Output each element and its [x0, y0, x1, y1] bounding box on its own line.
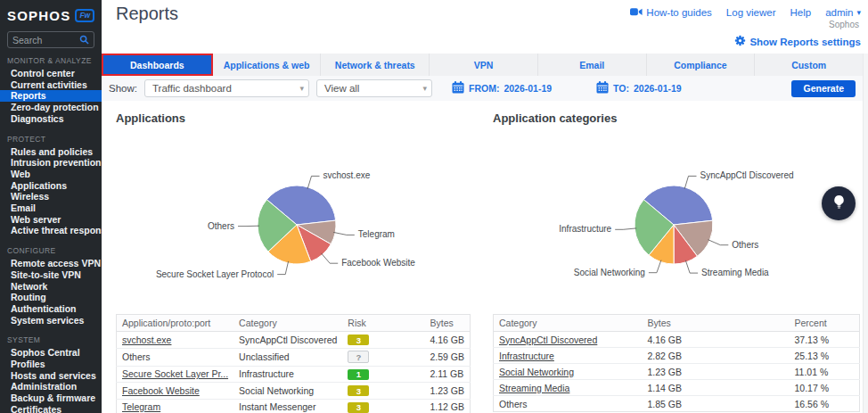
risk-cell: 3	[342, 383, 424, 400]
cell-text: 25.13 %	[795, 351, 830, 361]
tab-applications-web[interactable]: Applications & web	[213, 54, 322, 76]
pie-callout-line	[708, 240, 729, 245]
sidebar-item-profiles[interactable]: Profiles	[0, 359, 102, 370]
pie-slice-label: Facebook Website	[341, 258, 415, 268]
log-viewer-link[interactable]: Log viewer	[726, 7, 776, 18]
sidebar-item-sophos-central[interactable]: Sophos Central	[0, 347, 102, 359]
cell-text: 1.12 GB	[430, 401, 464, 412]
pie-callout-line	[649, 260, 661, 273]
from-date-picker[interactable]: FROM: 2026-01-19	[452, 81, 552, 95]
pie-slice-label: Others	[732, 240, 758, 250]
table-cell: Social Networking	[494, 364, 643, 380]
tab-dashboards[interactable]: Dashboards	[102, 54, 213, 76]
table-cell: 37.13 %	[790, 332, 860, 348]
help-link[interactable]: Help	[790, 7, 811, 18]
cell-text: 16.56 %	[795, 399, 830, 409]
cell-text: Social Networking	[239, 385, 314, 396]
sidebar-item-network[interactable]: Network	[0, 281, 102, 293]
sidebar-item-applications[interactable]: Applications	[0, 180, 102, 192]
sidebar-item-control-center[interactable]: Control center	[0, 68, 102, 79]
pie-slice-label: SyncAppCtl Discovered	[700, 170, 794, 180]
search-input[interactable]	[12, 35, 79, 45]
sidebar-item-web-server[interactable]: Web server	[0, 214, 102, 226]
tab-network-threats[interactable]: Network & threats	[321, 54, 430, 76]
tab-custom[interactable]: Custom	[755, 54, 863, 76]
tab-bar: DashboardsApplications & webNetwork & th…	[102, 54, 863, 76]
cell-text: 2.82 GB	[648, 351, 683, 361]
cell-link[interactable]: Infrastructure	[499, 351, 554, 361]
risk-badge: ?	[348, 351, 369, 363]
column-header-category: Category	[494, 315, 643, 332]
sidebar-item-reports[interactable]: Reports	[0, 90, 102, 102]
cell-link[interactable]: SyncAppCtl Discovered	[499, 335, 597, 345]
table-cell: 1.14 GB	[643, 380, 790, 396]
sidebar-item-routing[interactable]: Routing	[0, 292, 102, 303]
sidebar-item-administration[interactable]: Administration	[0, 381, 102, 392]
column-header-bytes: Bytes	[424, 315, 470, 332]
sidebar-item-remote-access-vpn[interactable]: Remote access VPN	[0, 258, 102, 269]
tab-email[interactable]: Email	[538, 54, 647, 76]
show-reports-settings-link[interactable]: Show Reports settings	[734, 35, 861, 48]
sidebar-item-email[interactable]: Email	[0, 202, 102, 214]
table-cell: 2.59 GB	[424, 348, 470, 366]
top-header: Reports How-to guides Log viewer Help ad…	[102, 0, 868, 54]
cell-link[interactable]: Secure Socket Layer Pr...	[122, 368, 228, 379]
table-cell: 1.23 GB	[643, 364, 790, 380]
cell-link[interactable]: Telegram	[122, 401, 160, 412]
pie-svg: svchost.exeTelegramFacebook WebsiteSecur…	[116, 125, 483, 314]
table-row: Others1.85 GB16.56 %	[494, 396, 860, 412]
table-row: TelegramInstant Messenger31.12 GB	[117, 399, 471, 413]
page-title: Reports	[116, 4, 178, 24]
cell-text: Infrastructure	[239, 368, 294, 379]
risk-badge: 3	[348, 402, 369, 413]
table-header-row: Application/proto:portCategoryRiskBytes	[117, 315, 471, 332]
sidebar-item-backup-firmware[interactable]: Backup & firmware	[0, 392, 102, 404]
table-row: SyncAppCtl Discovered4.16 GB37.13 %	[494, 332, 860, 348]
nav-section-protect: PROTECTRules and policiesIntrusion preve…	[0, 135, 102, 237]
pie-slice-label: Telegram	[358, 229, 395, 239]
sidebar-item-wireless[interactable]: Wireless	[0, 191, 102, 202]
sidebar-item-system-services[interactable]: System services	[0, 315, 102, 326]
table-cell: Streaming Media	[494, 380, 643, 396]
assistant-fab-button[interactable]	[822, 186, 856, 220]
cell-text: 1.23 GB	[648, 367, 683, 377]
dashboard-select[interactable]: Traffic dashboard ▾	[144, 79, 309, 97]
cell-text: 4.16 GB	[648, 335, 683, 345]
table-cell: SyncAppCtl Discovered	[494, 332, 643, 348]
user-menu[interactable]: admin ▾	[825, 7, 861, 18]
table-cell: Social Networking	[233, 383, 342, 400]
view-select[interactable]: View all ▾	[316, 79, 432, 97]
sidebar-item-rules-and-policies[interactable]: Rules and policies	[0, 146, 102, 158]
tab-compliance[interactable]: Compliance	[647, 54, 756, 76]
cell-link[interactable]: svchost.exe	[122, 335, 171, 345]
how-to-guides-link[interactable]: How-to guides	[630, 6, 712, 19]
sidebar-item-active-threat-response[interactable]: Active threat response	[0, 225, 102, 236]
cell-link[interactable]: Facebook Website	[122, 385, 200, 396]
nav-section-system: SYSTEMSophos CentralProfilesHosts and se…	[0, 335, 102, 413]
table-row: Secure Socket Layer Pr...Infrastructure1…	[117, 366, 471, 383]
applications-pie-chart: svchost.exeTelegramFacebook WebsiteSecur…	[116, 125, 493, 314]
sidebar-item-current-activities[interactable]: Current activities	[0, 79, 102, 91]
scrollbar-track[interactable]	[863, 54, 868, 413]
column-header-bytes: Bytes	[643, 315, 790, 332]
cell-link[interactable]: Streaming Media	[499, 383, 569, 393]
column-header-category: Category	[233, 315, 342, 332]
pie-callout-line	[321, 253, 338, 263]
sidebar-item-web[interactable]: Web	[0, 169, 102, 180]
table-row: Streaming Media1.14 GB10.17 %	[494, 380, 860, 396]
sidebar-item-intrusion-prevention[interactable]: Intrusion prevention	[0, 157, 102, 169]
sidebar-item-site-to-site-vpn[interactable]: Site-to-site VPN	[0, 269, 102, 281]
tab-vpn[interactable]: VPN	[430, 54, 538, 76]
sidebar-search[interactable]	[7, 31, 94, 48]
sidebar-item-certificates[interactable]: Certificates	[0, 404, 102, 413]
cell-text: 11.01 %	[795, 367, 829, 377]
risk-cell: 3	[342, 332, 424, 349]
sidebar-item-diagnostics[interactable]: Diagnostics	[0, 113, 102, 125]
generate-button[interactable]: Generate	[791, 80, 856, 97]
cell-link[interactable]: Social Networking	[499, 367, 574, 377]
to-date-picker[interactable]: TO: 2026-01-19	[596, 81, 682, 95]
sidebar-item-zero-day-protection[interactable]: Zero-day protection	[0, 102, 102, 113]
table-cell: 1.12 GB	[424, 399, 470, 413]
sidebar-item-hosts-and-services[interactable]: Hosts and services	[0, 370, 102, 382]
sidebar-item-authentication[interactable]: Authentication	[0, 303, 102, 315]
